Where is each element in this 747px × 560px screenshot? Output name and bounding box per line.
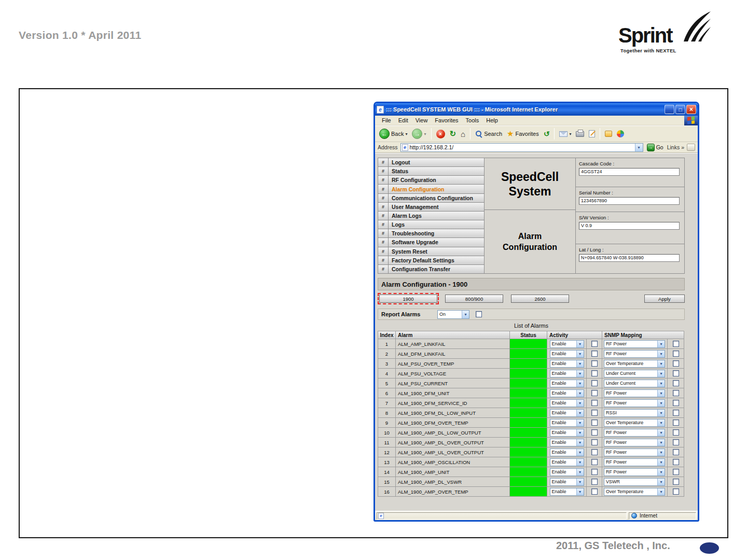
menu-help[interactable]: Help: [482, 117, 502, 123]
back-button[interactable]: ← Back ▾: [378, 128, 409, 140]
band-button-2600[interactable]: 2600: [511, 295, 569, 303]
nav-item-rf-configuration[interactable]: # RF Configuration: [378, 176, 484, 185]
activity-checkbox[interactable]: [591, 439, 598, 445]
snmp-mapping-select[interactable]: Over Temperature ▾: [604, 488, 665, 496]
report-alarms-select[interactable]: On ▾: [437, 310, 469, 319]
links-button[interactable]: Links »: [667, 144, 684, 150]
apply-button[interactable]: Apply: [644, 295, 685, 303]
nav-item-logs[interactable]: # Logs: [378, 220, 484, 229]
nav-item-system-reset[interactable]: # System Reset: [378, 247, 484, 256]
snmp-mapping-select[interactable]: RF Power ▾: [604, 429, 665, 437]
minimize-button[interactable]: _: [665, 105, 674, 114]
snmp-checkbox[interactable]: [673, 380, 679, 386]
activity-select[interactable]: Enable ▾: [550, 409, 584, 417]
report-alarms-checkbox[interactable]: [476, 311, 482, 317]
activity-select[interactable]: Enable ▾: [550, 380, 584, 387]
close-button[interactable]: ×: [686, 105, 696, 114]
edit-button[interactable]: [587, 129, 597, 138]
snmp-checkbox[interactable]: [673, 341, 679, 347]
activity-select[interactable]: Enable ▾: [550, 340, 584, 348]
snmp-checkbox[interactable]: [673, 469, 679, 475]
activity-checkbox[interactable]: [591, 410, 598, 416]
snmp-checkbox[interactable]: [673, 429, 679, 436]
snmp-mapping-select[interactable]: RF Power ▾: [604, 458, 665, 466]
activity-checkbox[interactable]: [591, 449, 598, 455]
nav-item-alarm-logs[interactable]: # Alarm Logs: [378, 212, 484, 220]
snmp-checkbox[interactable]: [673, 449, 679, 455]
activity-checkbox[interactable]: [591, 488, 598, 495]
activity-select[interactable]: Enable ▾: [550, 429, 584, 437]
snmp-checkbox[interactable]: [673, 360, 679, 367]
activity-checkbox[interactable]: [591, 341, 598, 347]
activity-select[interactable]: Enable ▾: [550, 449, 584, 456]
activity-checkbox[interactable]: [591, 479, 598, 485]
snmp-checkbox[interactable]: [673, 488, 679, 495]
address-input[interactable]: e http://192.168.2.1/ ▾: [400, 143, 643, 152]
activity-checkbox[interactable]: [591, 360, 598, 367]
favorites-button[interactable]: ★ Favorites: [505, 128, 541, 139]
snmp-mapping-select[interactable]: RF Power ▾: [604, 439, 665, 446]
menu-view[interactable]: View: [412, 117, 432, 123]
forward-button[interactable]: → ▾: [410, 128, 427, 140]
snmp-checkbox[interactable]: [673, 400, 679, 406]
snmp-mapping-select[interactable]: RSSI ▾: [604, 409, 665, 417]
menu-file[interactable]: File: [378, 117, 395, 123]
mail-button[interactable]: ▾: [558, 130, 573, 138]
nav-item-configuration-transfer[interactable]: # Configuration Transfer: [378, 265, 484, 273]
info-field-input[interactable]: 4GGST24: [579, 168, 680, 176]
chevron-down-icon[interactable]: ▾: [635, 144, 643, 151]
nav-item-user-management[interactable]: # User Management: [378, 203, 484, 212]
nav-item-status[interactable]: # Status: [378, 167, 484, 176]
activity-checkbox[interactable]: [591, 370, 598, 376]
snmp-checkbox[interactable]: [673, 410, 679, 416]
activity-checkbox[interactable]: [591, 390, 598, 396]
snmp-mapping-select[interactable]: Over Temperature ▾: [604, 360, 665, 368]
stop-button[interactable]: ×: [435, 129, 447, 139]
nav-item-factory-default-settings[interactable]: # Factory Default Settings: [378, 256, 484, 265]
snmp-checkbox[interactable]: [673, 390, 679, 396]
snmp-mapping-select[interactable]: RF Power ▾: [604, 340, 665, 348]
activity-checkbox[interactable]: [591, 469, 598, 475]
snmp-checkbox[interactable]: [673, 439, 679, 445]
activity-checkbox[interactable]: [591, 429, 598, 436]
band-button-800-900[interactable]: 800/900: [445, 295, 503, 303]
activity-checkbox[interactable]: [591, 419, 598, 426]
snmp-mapping-select[interactable]: RF Power ▾: [604, 350, 665, 358]
activity-select[interactable]: Enable ▾: [550, 360, 584, 368]
nav-item-troubleshooting[interactable]: # Troubleshooting: [378, 229, 484, 238]
snmp-checkbox[interactable]: [673, 351, 679, 357]
snmp-mapping-select[interactable]: Under Current ▾: [604, 370, 665, 377]
activity-select[interactable]: Enable ▾: [550, 439, 584, 446]
address-extra-icon[interactable]: [687, 144, 695, 151]
nav-item-communications-configuration[interactable]: # Communications Configuration: [378, 194, 484, 203]
nav-item-logout[interactable]: # Logout: [378, 158, 484, 167]
activity-checkbox[interactable]: [591, 380, 598, 386]
activity-select[interactable]: Enable ▾: [550, 478, 584, 486]
info-field-input[interactable]: V 0.9: [579, 222, 680, 230]
snmp-mapping-select[interactable]: RF Power ▾: [604, 449, 665, 456]
go-button[interactable]: → Go: [646, 144, 665, 151]
messenger-button[interactable]: [615, 129, 626, 138]
activity-select[interactable]: Enable ▾: [550, 419, 584, 427]
activity-checkbox[interactable]: [591, 351, 598, 357]
snmp-mapping-select[interactable]: RF Power ▾: [604, 389, 665, 397]
snmp-mapping-select[interactable]: Under Current ▾: [604, 380, 665, 387]
band-button-1900[interactable]: 1900: [379, 295, 437, 303]
snmp-mapping-select[interactable]: RF Power ▾: [604, 399, 665, 407]
menu-favorites[interactable]: Favorites: [431, 117, 462, 123]
info-field-input[interactable]: 1234567890: [579, 197, 680, 205]
activity-checkbox[interactable]: [591, 400, 598, 406]
snmp-checkbox[interactable]: [673, 479, 679, 485]
history-button[interactable]: ↺: [542, 129, 551, 139]
menu-tools[interactable]: Tools: [462, 117, 483, 123]
snmp-mapping-select[interactable]: Over Temperature ▾: [604, 419, 665, 427]
print-button[interactable]: [574, 130, 586, 138]
snmp-checkbox[interactable]: [673, 459, 679, 465]
nav-item-alarm-configuration[interactable]: # Alarm Configuration: [378, 185, 484, 193]
refresh-button[interactable]: ↻: [448, 128, 458, 139]
discuss-button[interactable]: [603, 130, 614, 138]
info-field-input[interactable]: N+094.657840 W-038.918890: [579, 254, 680, 262]
activity-select[interactable]: Enable ▾: [550, 468, 584, 476]
maximize-button[interactable]: □: [675, 105, 685, 114]
activity-select[interactable]: Enable ▾: [550, 399, 584, 407]
